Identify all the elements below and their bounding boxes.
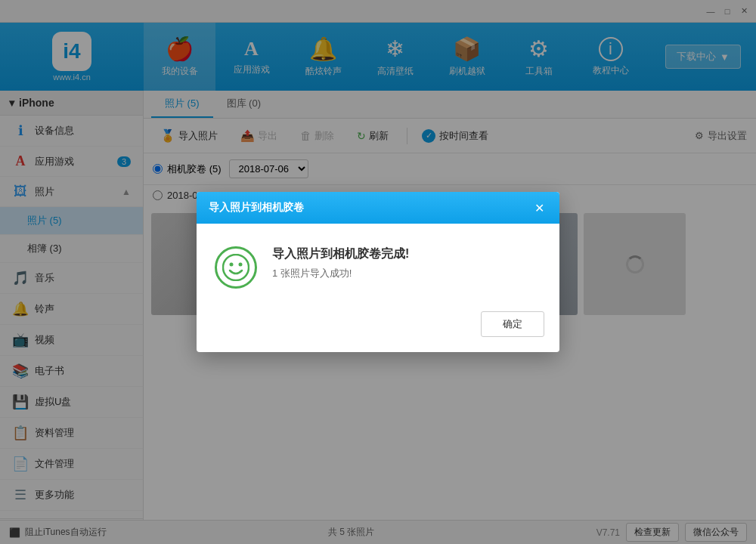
dialog: 导入照片到相机胶卷 ✕ 导入照片到相机胶卷完成! 1 张照片导入成功! 确定 xyxy=(197,192,559,352)
dialog-title: 导入照片到相机胶卷 xyxy=(209,201,304,215)
dialog-close-button[interactable]: ✕ xyxy=(531,199,547,216)
svg-point-2 xyxy=(239,263,243,267)
svg-point-1 xyxy=(230,263,234,267)
dialog-message: 导入照片到相机胶卷完成! 1 张照片导入成功! xyxy=(272,246,409,280)
dialog-footer: 确定 xyxy=(197,304,559,352)
dialog-body: 导入照片到相机胶卷完成! 1 张照片导入成功! xyxy=(197,224,559,304)
success-icon xyxy=(215,246,257,289)
dialog-overlay: 导入照片到相机胶卷 ✕ 导入照片到相机胶卷完成! 1 张照片导入成功! 确定 xyxy=(0,0,756,544)
dialog-title-bar: 导入照片到相机胶卷 ✕ xyxy=(197,192,559,224)
dialog-ok-button[interactable]: 确定 xyxy=(481,311,544,337)
svg-point-0 xyxy=(223,255,249,280)
smiley-svg xyxy=(222,254,249,281)
dialog-success-title: 导入照片到相机胶卷完成! xyxy=(272,246,409,262)
dialog-detail: 1 张照片导入成功! xyxy=(272,267,409,280)
